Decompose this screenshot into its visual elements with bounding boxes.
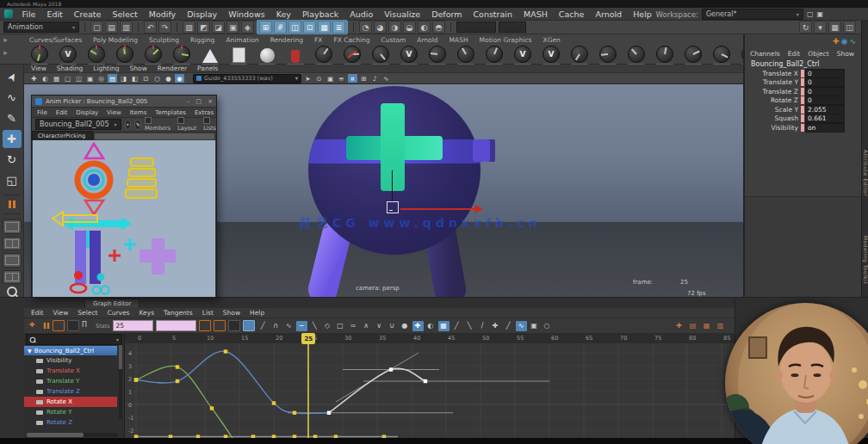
- chest-cross-control-vertical[interactable]: [381, 103, 405, 191]
- menu-key[interactable]: Key: [270, 9, 296, 19]
- history-icon-4[interactable]: ◐: [418, 21, 431, 34]
- shelf-button-3[interactable]: [116, 46, 133, 66]
- move-tool[interactable]: ✚: [3, 130, 22, 148]
- viewport-toolbar-icon-2[interactable]: ▦: [52, 74, 61, 83]
- snap-icon-1[interactable]: #: [274, 21, 287, 34]
- time-ruler[interactable]: [125, 333, 735, 343]
- picker-menu-display[interactable]: Display: [76, 109, 98, 116]
- outliner-channel-visibility[interactable]: Visibility: [24, 355, 117, 366]
- input-field-left[interactable]: [456, 22, 496, 33]
- graph-editor-menu-curves[interactable]: Curves: [107, 309, 129, 317]
- paint-select-tool[interactable]: ✎: [3, 109, 22, 127]
- outliner-channel-rotate-y[interactable]: Rotate Y: [24, 407, 117, 417]
- picker-menu-extras[interactable]: Extras: [195, 109, 214, 116]
- channel-value-field[interactable]: 0: [805, 69, 845, 78]
- layout-split-button[interactable]: [3, 270, 22, 285]
- shelf-tab-xgen[interactable]: XGen: [543, 36, 561, 44]
- graph-editor-right-icon-3[interactable]: ▥: [715, 321, 726, 331]
- outliner-channel-translate-x[interactable]: Translate X: [24, 366, 117, 376]
- select-tool[interactable]: ➤: [0, 65, 24, 90]
- viewport-menu-view[interactable]: View: [31, 65, 46, 72]
- rotate-tool[interactable]: ↻: [3, 151, 22, 169]
- insert-keys-icon[interactable]: [44, 323, 49, 329]
- snap-icon-2[interactable]: ◫: [288, 21, 301, 34]
- picker-small-plus-red[interactable]: [108, 250, 121, 262]
- viewport-toolbar-icon-15[interactable]: ⊙: [314, 74, 324, 83]
- shelf-tab-sculpting[interactable]: Sculpting: [149, 36, 179, 44]
- picker-close-button[interactable]: ×: [208, 98, 213, 105]
- shelf-button-1[interactable]: V: [59, 46, 77, 66]
- outliner-channel-rotate-z[interactable]: Rotate Z: [24, 417, 117, 428]
- scale-tool[interactable]: ◱: [3, 171, 22, 189]
- graph-editor-tool-icon-12[interactable]: ✚: [412, 321, 424, 331]
- channel-box-menu-channels[interactable]: Channels: [750, 50, 780, 58]
- shelf-button-5[interactable]: [173, 46, 190, 66]
- graph-editor-menu-show[interactable]: Show: [223, 309, 240, 317]
- menu-playback[interactable]: Playback: [296, 9, 344, 19]
- graph-editor-tool-icon-9[interactable]: ∨: [374, 321, 385, 331]
- graph-editor-tool-icon-8[interactable]: ∧: [361, 321, 372, 331]
- graph-editor-tool-icon-1[interactable]: ∩: [270, 321, 282, 331]
- shelf-button-18[interactable]: V: [542, 46, 560, 66]
- picker-tab-characterpicking[interactable]: CharacterPicking: [32, 131, 93, 140]
- keyframe[interactable]: [224, 349, 227, 353]
- graph-editor-right-icon-2[interactable]: ▦: [701, 321, 712, 331]
- viewport-toolbar-icon-8[interactable]: ◨: [119, 74, 128, 83]
- selection-mask-icon-1[interactable]: ◩: [197, 21, 210, 34]
- frame-all-icon[interactable]: [199, 320, 211, 331]
- shelf-tab-fx[interactable]: FX: [314, 36, 322, 44]
- channel-row-rotate-z[interactable]: Rotate Z0: [745, 96, 861, 106]
- outliner-node-row[interactable]: ▼ Bouncing_Ball2_Ctrl: [24, 346, 117, 355]
- manipulator-center-handle[interactable]: [387, 201, 399, 213]
- shelf-button-17[interactable]: V: [514, 46, 531, 66]
- shelf-tab-curves-surfaces[interactable]: Curves/Surfaces: [29, 36, 82, 44]
- menu-create[interactable]: Create: [68, 9, 107, 19]
- keyframe[interactable]: [134, 378, 138, 381]
- picker-right-foot-rings[interactable]: [93, 287, 109, 294]
- channel-value-field[interactable]: on: [805, 123, 845, 133]
- picker-canvas[interactable]: [33, 140, 215, 297]
- channel-box-menu-object[interactable]: Object: [808, 50, 828, 58]
- graph-editor-menu-help[interactable]: Help: [250, 309, 264, 317]
- channel-box-menu-show[interactable]: Show: [837, 50, 854, 58]
- shelf-button-11[interactable]: [344, 46, 361, 66]
- picker-titlebar[interactable]: Anim Picker : Bouncing_Ball2_005 –▢×: [32, 96, 216, 108]
- viewport-toolbar-icon-13[interactable]: ◉: [175, 74, 184, 83]
- anim-picker-window[interactable]: Anim Picker : Bouncing_Ball2_005 –▢× Fil…: [31, 95, 217, 298]
- viewport-toolbar-icon-21[interactable]: ∿: [381, 74, 391, 83]
- menu-audio[interactable]: Audio: [344, 9, 379, 19]
- history-icon-0[interactable]: ◔: [359, 21, 372, 34]
- viewport-toolbar-icon-12[interactable]: ●: [164, 74, 173, 83]
- picker-menu-templates[interactable]: Templates: [155, 109, 186, 116]
- graph-editor-tool-icon-13[interactable]: ◐: [425, 321, 437, 331]
- graph-editor-tool-icon-16[interactable]: ╲: [464, 321, 475, 331]
- snap-icon-3[interactable]: ⊡: [303, 21, 316, 34]
- viewport-toolbar-icon-0[interactable]: ✚: [29, 74, 39, 83]
- shelf-button-16[interactable]: [486, 46, 503, 66]
- graph-editor-right-icon-0[interactable]: ✚: [673, 321, 685, 331]
- frame-playback-icon[interactable]: [214, 320, 226, 331]
- menu-select[interactable]: Select: [107, 9, 143, 19]
- picker-leg-mid-bar[interactable]: [86, 231, 90, 248]
- shelf-tab-rendering[interactable]: Rendering: [270, 36, 303, 44]
- graph-editor-tool-icon-4[interactable]: ╲: [309, 321, 320, 331]
- status-right-icon-0[interactable]: ↻: [799, 21, 812, 34]
- picker-spine-stack[interactable]: [126, 158, 157, 198]
- viewport-toolbar-icon-5[interactable]: ▣: [85, 74, 95, 83]
- graph-editor-tool-icon-7[interactable]: ≈: [348, 321, 359, 331]
- channel-row-scale-y[interactable]: Scale Y2.055: [745, 105, 861, 114]
- snap-icon-5[interactable]: ≣: [332, 21, 345, 34]
- channel-value-field[interactable]: 0: [805, 96, 845, 105]
- graph-editor-tool-icon-5[interactable]: ◇: [322, 321, 333, 331]
- retime-tool-icon[interactable]: Π: [82, 321, 93, 331]
- graph-editor-curve-view[interactable]: 051015202530354045505560657075808543210-…: [125, 333, 735, 441]
- picker-option-members[interactable]: Members: [145, 117, 170, 132]
- viewport-menu-renderer[interactable]: Renderer: [158, 65, 187, 72]
- graph-editor-tool-icon-15[interactable]: ╱: [451, 321, 462, 331]
- picker-edit-pen-icon[interactable]: ✎: [134, 120, 141, 130]
- viewport-toolbar-icon-20[interactable]: ♪: [370, 74, 380, 83]
- menu-arnold[interactable]: Arnold: [590, 9, 628, 19]
- picker-option-layout[interactable]: Layout: [177, 117, 196, 132]
- graph-editor-menu-tangents[interactable]: Tangents: [164, 309, 193, 317]
- keyframe[interactable]: [424, 379, 427, 383]
